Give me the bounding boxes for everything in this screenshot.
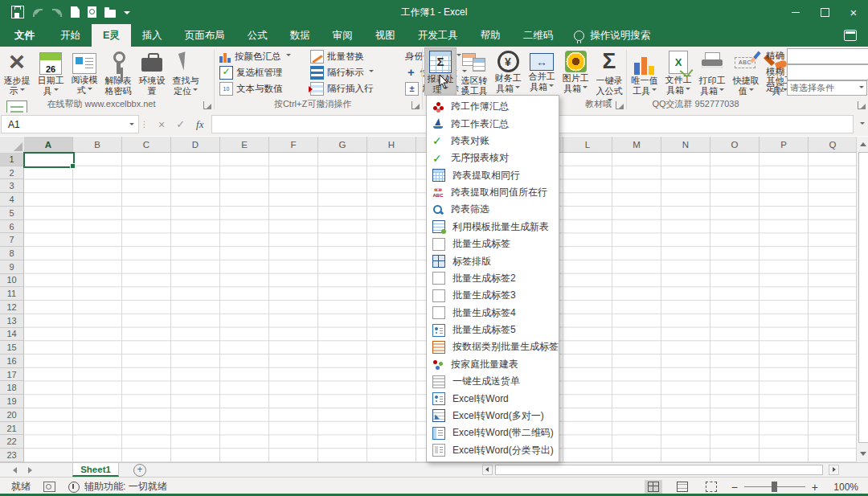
- horizontal-scrollbar[interactable]: [482, 464, 854, 475]
- menu-item-Excel转Word(带二维码)[interactable]: Excel转Word(带二维码): [427, 424, 559, 441]
- new-sheet-icon[interactable]: [133, 464, 146, 477]
- column-header-C[interactable]: C: [122, 137, 171, 153]
- menu-item-批量生成标签2[interactable]: 批量生成标签2: [427, 270, 559, 287]
- scroll-left-icon[interactable]: [482, 465, 493, 475]
- minimize-button[interactable]: [781, 0, 810, 24]
- dialog-launcher-icon[interactable]: [203, 101, 211, 109]
- g1-button-逐步提示[interactable]: 逐步提示: [1, 47, 33, 97]
- column-header-A[interactable]: A: [24, 137, 73, 153]
- next-sheet-icon[interactable]: [28, 467, 35, 473]
- page-layout-view-button[interactable]: [674, 480, 691, 494]
- g2-button-文本与数值[interactable]: 文本与数值: [218, 81, 309, 96]
- g2-button-复选框管理[interactable]: 复选框管理: [218, 65, 309, 80]
- menu-item-跨工作表汇总[interactable]: 跨工作表汇总: [427, 115, 559, 132]
- menu-item-跨表筛选[interactable]: 跨表筛选: [427, 201, 559, 218]
- g2-button-隔行插入行[interactable]: 隔行插入行: [309, 81, 403, 96]
- row-header-20[interactable]: 20: [0, 408, 24, 422]
- vertical-scroll-thumb[interactable]: [858, 152, 868, 443]
- prev-sheet-icon[interactable]: [10, 467, 17, 473]
- save-icon[interactable]: [11, 6, 24, 18]
- tab-公式[interactable]: 公式: [236, 24, 279, 47]
- row-header-7[interactable]: 7: [0, 233, 24, 247]
- g1-button-查找与定位[interactable]: 查找与定位: [170, 47, 202, 97]
- zoom-out-button[interactable]: −: [731, 481, 738, 494]
- customize-qat-icon[interactable]: [124, 9, 130, 15]
- menu-item-Excel转Word(分类导出)[interactable]: Excel转Word(分类导出): [427, 442, 559, 459]
- g3-button-图片工具箱[interactable]: 图片工具箱: [559, 47, 592, 95]
- row-header-19[interactable]: 19: [0, 395, 24, 408]
- column-header-F[interactable]: F: [269, 137, 318, 153]
- row-header-22[interactable]: 22: [0, 435, 24, 449]
- menu-item-跨工作簿汇总[interactable]: 跨工作簿汇总: [427, 98, 559, 115]
- g2-button-隔行标示[interactable]: 隔行标示: [309, 65, 403, 80]
- row-header-1[interactable]: 1: [0, 153, 24, 166]
- menu-item-Excel转Word(多对一)[interactable]: Excel转Word(多对一): [427, 408, 559, 424]
- formula-bar-expand-icon[interactable]: [860, 122, 865, 127]
- row-header-16[interactable]: 16: [0, 355, 24, 368]
- new-file-icon[interactable]: [71, 6, 80, 18]
- fuzzy-input[interactable]: [787, 64, 868, 80]
- row-header-5[interactable]: 5: [0, 207, 24, 220]
- horizontal-scroll-thumb[interactable]: [495, 465, 823, 475]
- tab-帮助[interactable]: 帮助: [469, 24, 512, 47]
- row-header-18[interactable]: 18: [0, 381, 24, 395]
- row-header-21[interactable]: 21: [0, 422, 24, 436]
- scroll-up-icon[interactable]: [858, 137, 868, 150]
- row-header-14[interactable]: 14: [0, 328, 24, 342]
- row-header-17[interactable]: 17: [0, 368, 24, 382]
- menu-item-跨表提取相同行[interactable]: 跨表提取相同行: [427, 167, 559, 184]
- macro-record-icon[interactable]: [43, 482, 55, 492]
- column-header-P[interactable]: P: [760, 137, 809, 153]
- menu-item-批量生成标签5[interactable]: 批量生成标签5: [427, 322, 559, 338]
- g3-button-报表处理[interactable]: 报表处理: [424, 47, 457, 96]
- tab-开始[interactable]: 开始: [49, 24, 92, 47]
- tab-开发工具[interactable]: 开发工具: [407, 24, 469, 47]
- name-box[interactable]: A1: [1, 115, 139, 133]
- tab-页面布局[interactable]: 页面布局: [174, 24, 236, 47]
- close-button[interactable]: ×: [839, 0, 868, 24]
- row-header-23[interactable]: 23: [0, 449, 24, 462]
- menu-item-无序报表核对[interactable]: 无序报表核对: [427, 150, 559, 166]
- zoom-in-button[interactable]: +: [812, 481, 818, 494]
- menu-item-批量生成标签[interactable]: 批量生成标签: [427, 236, 559, 252]
- select-all-button[interactable]: [0, 137, 25, 154]
- zoom-level[interactable]: 100%: [829, 482, 858, 493]
- tab-视图[interactable]: 视图: [364, 24, 407, 47]
- row-header-13[interactable]: 13: [0, 314, 24, 328]
- g4-button-唯一值工具[interactable]: 唯一值工具: [628, 47, 661, 97]
- g1-button-解除表格密码[interactable]: 解除表格密码: [102, 47, 134, 97]
- zoom-slider[interactable]: [744, 486, 805, 487]
- column-header-Q[interactable]: Q: [809, 137, 856, 153]
- column-header-N[interactable]: N: [661, 137, 710, 153]
- zoom-slider-thumb[interactable]: [772, 482, 777, 492]
- row-header-3[interactable]: 3: [0, 179, 24, 193]
- g1-button-阅读模式[interactable]: 阅读模式: [68, 47, 100, 96]
- row-header-12[interactable]: 12: [0, 301, 24, 314]
- vertical-scrollbar[interactable]: [856, 137, 868, 462]
- row-header-10[interactable]: 10: [0, 274, 24, 288]
- tab-审阅[interactable]: 审阅: [321, 24, 364, 47]
- column-header-B[interactable]: B: [73, 137, 122, 153]
- row-header-8[interactable]: 8: [0, 247, 24, 260]
- tab-插入[interactable]: 插入: [131, 24, 174, 47]
- menu-item-标签排版[interactable]: 标签排版: [427, 252, 559, 269]
- maximize-button[interactable]: [810, 0, 839, 24]
- g4-button-快捷取值[interactable]: 快捷取值: [730, 47, 762, 97]
- g2-button-按颜色汇总[interactable]: 按颜色汇总: [218, 50, 309, 64]
- tab-数据[interactable]: 数据: [279, 24, 321, 47]
- tab-E灵[interactable]: E灵: [92, 24, 131, 47]
- column-header-H[interactable]: H: [367, 137, 416, 153]
- menu-item-按家庭批量建表[interactable]: 按家庭批量建表: [427, 356, 559, 373]
- menu-item-批量生成标签4[interactable]: 批量生成标签4: [427, 305, 559, 322]
- dialog-launcher-icon[interactable]: [858, 101, 866, 109]
- menu-item-按数据类别批量生成标签[interactable]: 按数据类别批量生成标签: [427, 338, 559, 355]
- row-header-11[interactable]: 11: [0, 287, 24, 301]
- scroll-right-icon[interactable]: [829, 465, 839, 475]
- column-header-O[interactable]: O: [710, 137, 760, 153]
- cancel-icon[interactable]: ×: [158, 118, 165, 131]
- row-header-2[interactable]: 2: [0, 166, 24, 180]
- column-header-M[interactable]: M: [612, 137, 661, 153]
- ribbon-display-options-icon[interactable]: [844, 30, 857, 41]
- dialog-launcher-icon[interactable]: [411, 101, 420, 109]
- selected-cell-a1[interactable]: [23, 152, 75, 168]
